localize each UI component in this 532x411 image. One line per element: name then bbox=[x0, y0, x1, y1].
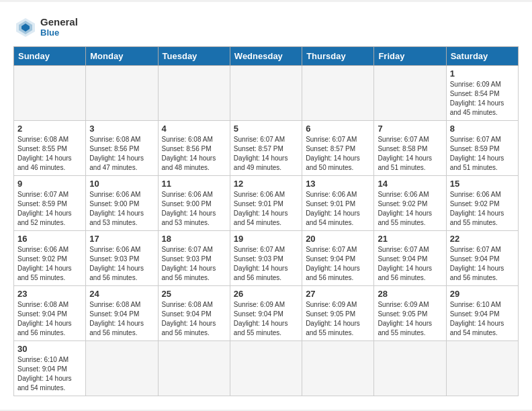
calendar-day-cell: 19Sunrise: 6:07 AM Sunset: 9:03 PM Dayli… bbox=[230, 230, 302, 285]
day-number: 10 bbox=[89, 179, 154, 189]
calendar-day-cell: 7Sunrise: 6:07 AM Sunset: 8:58 PM Daylig… bbox=[374, 120, 446, 175]
day-info: Sunrise: 6:08 AM Sunset: 9:04 PM Dayligh… bbox=[17, 300, 82, 338]
calendar-day-cell: 4Sunrise: 6:08 AM Sunset: 8:56 PM Daylig… bbox=[158, 120, 230, 175]
generalblue-logo-icon bbox=[13, 15, 38, 40]
day-info: Sunrise: 6:09 AM Sunset: 8:54 PM Dayligh… bbox=[450, 80, 515, 118]
day-info: Sunrise: 6:06 AM Sunset: 9:02 PM Dayligh… bbox=[450, 190, 515, 228]
calendar-day-cell: 16Sunrise: 6:06 AM Sunset: 9:02 PM Dayli… bbox=[14, 230, 86, 285]
day-number: 25 bbox=[162, 289, 226, 299]
calendar-day-cell: 27Sunrise: 6:09 AM Sunset: 9:05 PM Dayli… bbox=[302, 285, 374, 340]
day-info: Sunrise: 6:07 AM Sunset: 9:04 PM Dayligh… bbox=[306, 245, 370, 283]
day-number: 21 bbox=[378, 234, 442, 244]
calendar-day-cell: 14Sunrise: 6:06 AM Sunset: 9:02 PM Dayli… bbox=[374, 175, 446, 230]
day-info: Sunrise: 6:09 AM Sunset: 9:04 PM Dayligh… bbox=[234, 300, 298, 338]
day-number: 17 bbox=[89, 234, 154, 244]
calendar-day-cell: 2Sunrise: 6:08 AM Sunset: 8:55 PM Daylig… bbox=[14, 120, 86, 175]
calendar-week-row: 16Sunrise: 6:06 AM Sunset: 9:02 PM Dayli… bbox=[14, 230, 519, 285]
day-info: Sunrise: 6:06 AM Sunset: 9:01 PM Dayligh… bbox=[234, 190, 298, 228]
calendar-day-cell bbox=[158, 340, 230, 396]
day-info: Sunrise: 6:08 AM Sunset: 8:56 PM Dayligh… bbox=[162, 135, 226, 173]
calendar-week-row: 23Sunrise: 6:08 AM Sunset: 9:04 PM Dayli… bbox=[14, 285, 519, 340]
calendar-day-cell bbox=[158, 65, 230, 120]
calendar-day-cell: 10Sunrise: 6:06 AM Sunset: 9:00 PM Dayli… bbox=[86, 175, 158, 230]
calendar-day-cell: 13Sunrise: 6:06 AM Sunset: 9:01 PM Dayli… bbox=[302, 175, 374, 230]
calendar-day-cell: 1Sunrise: 6:09 AM Sunset: 8:54 PM Daylig… bbox=[446, 65, 518, 120]
day-info: Sunrise: 6:09 AM Sunset: 9:05 PM Dayligh… bbox=[378, 300, 442, 338]
day-info: Sunrise: 6:06 AM Sunset: 9:01 PM Dayligh… bbox=[306, 190, 370, 228]
header: General Blue bbox=[13, 15, 519, 40]
calendar-day-cell: 17Sunrise: 6:06 AM Sunset: 9:03 PM Dayli… bbox=[86, 230, 158, 285]
day-number: 26 bbox=[234, 289, 298, 299]
weekday-header-monday: Monday bbox=[86, 46, 158, 65]
day-number: 8 bbox=[450, 124, 515, 134]
day-number: 18 bbox=[162, 234, 226, 244]
day-number: 11 bbox=[162, 179, 226, 189]
day-number: 30 bbox=[17, 344, 82, 354]
calendar-week-row: 9Sunrise: 6:07 AM Sunset: 8:59 PM Daylig… bbox=[14, 175, 519, 230]
day-info: Sunrise: 6:08 AM Sunset: 8:56 PM Dayligh… bbox=[89, 135, 154, 173]
calendar-day-cell: 29Sunrise: 6:10 AM Sunset: 9:04 PM Dayli… bbox=[446, 285, 518, 340]
calendar-week-row: 1Sunrise: 6:09 AM Sunset: 8:54 PM Daylig… bbox=[14, 65, 519, 120]
day-number: 24 bbox=[89, 289, 154, 299]
day-number: 15 bbox=[450, 179, 515, 189]
weekday-header-sunday: Sunday bbox=[14, 46, 86, 65]
day-info: Sunrise: 6:06 AM Sunset: 9:00 PM Dayligh… bbox=[162, 190, 226, 228]
calendar-day-cell: 18Sunrise: 6:07 AM Sunset: 9:03 PM Dayli… bbox=[158, 230, 230, 285]
day-number: 19 bbox=[234, 234, 298, 244]
day-info: Sunrise: 6:07 AM Sunset: 8:57 PM Dayligh… bbox=[306, 135, 370, 173]
calendar-table: SundayMondayTuesdayWednesdayThursdayFrid… bbox=[13, 46, 519, 396]
calendar-day-cell bbox=[86, 340, 158, 396]
logo-blue-text: Blue bbox=[40, 28, 78, 38]
calendar-day-cell bbox=[374, 340, 446, 396]
day-number: 13 bbox=[306, 179, 370, 189]
logo: General Blue bbox=[13, 15, 78, 40]
calendar-day-cell bbox=[302, 340, 374, 396]
calendar-day-cell bbox=[230, 65, 302, 120]
calendar-day-cell: 12Sunrise: 6:06 AM Sunset: 9:01 PM Dayli… bbox=[230, 175, 302, 230]
day-number: 20 bbox=[306, 234, 370, 244]
weekday-header-thursday: Thursday bbox=[302, 46, 374, 65]
calendar-day-cell: 9Sunrise: 6:07 AM Sunset: 8:59 PM Daylig… bbox=[14, 175, 86, 230]
day-number: 4 bbox=[162, 124, 226, 134]
calendar-day-cell: 20Sunrise: 6:07 AM Sunset: 9:04 PM Dayli… bbox=[302, 230, 374, 285]
calendar-day-cell: 25Sunrise: 6:08 AM Sunset: 9:04 PM Dayli… bbox=[158, 285, 230, 340]
day-info: Sunrise: 6:07 AM Sunset: 8:59 PM Dayligh… bbox=[17, 190, 82, 228]
calendar-day-cell: 5Sunrise: 6:07 AM Sunset: 8:57 PM Daylig… bbox=[230, 120, 302, 175]
day-number: 5 bbox=[234, 124, 298, 134]
day-info: Sunrise: 6:06 AM Sunset: 9:02 PM Dayligh… bbox=[378, 190, 442, 228]
weekday-header-friday: Friday bbox=[374, 46, 446, 65]
day-number: 14 bbox=[378, 179, 442, 189]
page: General Blue SundayMondayTuesdayWednesda… bbox=[0, 2, 532, 410]
day-number: 27 bbox=[306, 289, 370, 299]
day-info: Sunrise: 6:06 AM Sunset: 9:02 PM Dayligh… bbox=[17, 245, 82, 283]
day-info: Sunrise: 6:07 AM Sunset: 9:04 PM Dayligh… bbox=[450, 245, 515, 283]
day-info: Sunrise: 6:06 AM Sunset: 9:00 PM Dayligh… bbox=[89, 190, 154, 228]
calendar-day-cell: 21Sunrise: 6:07 AM Sunset: 9:04 PM Dayli… bbox=[374, 230, 446, 285]
day-info: Sunrise: 6:09 AM Sunset: 9:05 PM Dayligh… bbox=[306, 300, 370, 338]
calendar-day-cell: 30Sunrise: 6:10 AM Sunset: 9:04 PM Dayli… bbox=[14, 340, 86, 396]
calendar-day-cell: 3Sunrise: 6:08 AM Sunset: 8:56 PM Daylig… bbox=[86, 120, 158, 175]
day-info: Sunrise: 6:07 AM Sunset: 9:03 PM Dayligh… bbox=[234, 245, 298, 283]
day-info: Sunrise: 6:08 AM Sunset: 8:55 PM Dayligh… bbox=[17, 135, 82, 173]
day-info: Sunrise: 6:08 AM Sunset: 9:04 PM Dayligh… bbox=[89, 300, 154, 338]
day-number: 2 bbox=[17, 124, 82, 134]
calendar-week-row: 30Sunrise: 6:10 AM Sunset: 9:04 PM Dayli… bbox=[14, 340, 519, 396]
calendar-day-cell bbox=[446, 340, 518, 396]
weekday-header-row: SundayMondayTuesdayWednesdayThursdayFrid… bbox=[14, 46, 519, 65]
calendar-day-cell bbox=[230, 340, 302, 396]
calendar-week-row: 2Sunrise: 6:08 AM Sunset: 8:55 PM Daylig… bbox=[14, 120, 519, 175]
day-number: 6 bbox=[306, 124, 370, 134]
calendar-day-cell: 22Sunrise: 6:07 AM Sunset: 9:04 PM Dayli… bbox=[446, 230, 518, 285]
calendar-day-cell: 28Sunrise: 6:09 AM Sunset: 9:05 PM Dayli… bbox=[374, 285, 446, 340]
calendar-day-cell bbox=[86, 65, 158, 120]
calendar-day-cell bbox=[14, 65, 86, 120]
day-info: Sunrise: 6:10 AM Sunset: 9:04 PM Dayligh… bbox=[17, 355, 82, 393]
calendar-day-cell: 23Sunrise: 6:08 AM Sunset: 9:04 PM Dayli… bbox=[14, 285, 86, 340]
calendar-day-cell bbox=[302, 65, 374, 120]
logo-general-text: General bbox=[40, 17, 78, 28]
calendar-day-cell: 8Sunrise: 6:07 AM Sunset: 8:59 PM Daylig… bbox=[446, 120, 518, 175]
weekday-header-wednesday: Wednesday bbox=[230, 46, 302, 65]
day-info: Sunrise: 6:07 AM Sunset: 8:57 PM Dayligh… bbox=[234, 135, 298, 173]
calendar-day-cell: 6Sunrise: 6:07 AM Sunset: 8:57 PM Daylig… bbox=[302, 120, 374, 175]
calendar-day-cell: 26Sunrise: 6:09 AM Sunset: 9:04 PM Dayli… bbox=[230, 285, 302, 340]
